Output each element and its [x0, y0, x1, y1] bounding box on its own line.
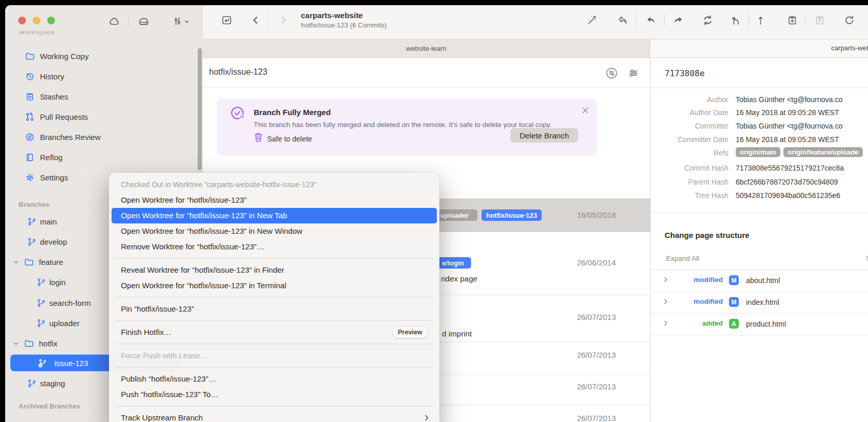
compare-icon[interactable]	[605, 67, 618, 79]
file-row-product[interactable]: added A product.html	[651, 313, 868, 335]
menu-item-publish-branch[interactable]: Publish “hotfix/issue-123”…	[109, 371, 439, 387]
back-icon[interactable]	[251, 15, 261, 25]
commit-message: Change page structure	[665, 231, 749, 240]
menu-item-open-worktree[interactable]: Open Worktree for “hotfix/issue-123”	[109, 192, 439, 208]
sidebar-item-history[interactable]: History	[5, 66, 203, 87]
commit-date: 26/07/2013	[577, 414, 616, 422]
branch-badge: e/login	[435, 257, 471, 269]
detail-label: Author	[651, 95, 728, 104]
branch-icon	[27, 217, 37, 227]
menu-item-finish-hotfix[interactable]: Finish Hotfix… Preview	[109, 325, 439, 340]
pull-icon[interactable]	[645, 15, 657, 26]
archived-branches-section-header: Archived Branches	[19, 402, 80, 410]
ref-badge[interactable]: origin/feature/uploade	[783, 147, 863, 157]
menu-item-pin-branch[interactable]: Pin “hotfix/issue-123”	[109, 301, 439, 317]
fetch-icon[interactable]	[617, 15, 628, 26]
sidebar-item-pull-requests[interactable]: Pull Requests	[5, 107, 203, 127]
branch-badge: hotfix/issue-123	[481, 209, 542, 221]
show-option-fragment[interactable]: S	[866, 255, 868, 262]
tab-website-learn[interactable]: website-learn	[203, 39, 650, 58]
file-row-index[interactable]: modified M index.html	[651, 291, 868, 314]
filter-options-icon[interactable]	[628, 67, 639, 79]
submenu-chevron-icon	[424, 415, 430, 421]
review-icon	[25, 132, 35, 142]
modified-badge: M	[729, 297, 739, 307]
commit-subject: d imprint	[442, 329, 472, 338]
menu-item-reveal-in-finder[interactable]: Reveal Worktree for “hotfix/issue-123” i…	[109, 262, 439, 278]
reflog-icon	[25, 152, 35, 162]
menu-item-open-in-terminal[interactable]: Open Worktree for “hotfix/issue-123” in …	[109, 278, 439, 293]
safe-to-delete-label: Safe to delete	[267, 135, 312, 143]
menu-item-track-upstream-branch[interactable]: Track Upstream Branch	[109, 410, 439, 422]
refresh-icon[interactable]	[844, 15, 855, 26]
branch-label: hotfix	[39, 339, 58, 348]
branch-label: main	[40, 217, 57, 226]
branch-label: staging	[40, 379, 65, 388]
stash-icon	[25, 92, 35, 102]
merge-icon[interactable]	[731, 15, 742, 26]
chevron-down-icon[interactable]	[13, 260, 19, 265]
detail-label: Committer Date	[651, 135, 728, 144]
detail-value: Tobias Günther <tg@fournova.co	[736, 95, 843, 104]
sidebar-item-branches-review[interactable]: Branches Review	[5, 127, 203, 147]
filter-sliders-icon[interactable]	[172, 16, 183, 26]
banner-title: Branch Fully Merged	[254, 108, 330, 117]
detail-value: 16 May 2018 at 09:05:28 WEST	[736, 135, 839, 144]
workspace-section-header: Workspace	[19, 31, 81, 39]
branch-label: uploader	[49, 319, 79, 328]
quick-actions-wand-icon[interactable]	[586, 15, 598, 26]
stash-apply-icon[interactable]	[814, 15, 825, 26]
modified-badge: M	[729, 275, 739, 285]
close-window-button[interactable]	[18, 17, 26, 24]
branch-icon	[36, 277, 46, 287]
menu-item-push-branch-to[interactable]: Push “hotfix/issue-123” To…	[109, 387, 439, 402]
chevron-down-icon[interactable]	[13, 341, 19, 346]
branch-worktree-icon	[37, 358, 47, 368]
detail-value: 7173808e55679215179217cec8a	[736, 164, 844, 172]
app-window: Workspace Working Copy History Stashes P…	[5, 5, 868, 422]
menu-item-open-worktree-new-tab[interactable]: Open Worktree for “hotfix/issue-123” in …	[112, 208, 437, 223]
folder-icon	[24, 257, 34, 267]
commit-subject: ndex page	[441, 274, 477, 283]
menu-separator	[115, 258, 433, 259]
history-icon	[25, 72, 35, 81]
zoom-window-button[interactable]	[47, 17, 55, 24]
stash-save-icon[interactable]	[787, 15, 798, 26]
tab-carparts-website[interactable]: carparts-website	[650, 39, 868, 58]
sync-icon[interactable]	[702, 15, 713, 26]
ref-badge[interactable]: origin/main	[736, 147, 780, 157]
menu-separator	[115, 367, 433, 368]
forward-icon[interactable]	[278, 15, 288, 25]
branch-context-menu: Checked Out in Worktree "carparts-websit…	[109, 173, 439, 422]
sidebar-item-label: History	[40, 72, 64, 81]
file-row-about[interactable]: modified M about.html	[651, 270, 868, 292]
services-icon[interactable]	[138, 16, 149, 27]
open-repository-icon[interactable]	[221, 15, 232, 26]
menu-item-remove-worktree[interactable]: Remove Worktree for “hotfix/issue-123”…	[109, 239, 439, 255]
branch-merged-banner: Branch Fully Merged This branch has been…	[217, 99, 597, 156]
expand-all-link[interactable]: Expand All	[666, 255, 699, 262]
rebase-icon[interactable]	[755, 15, 766, 26]
minimize-window-button[interactable]	[33, 17, 40, 24]
branch-icon	[36, 318, 46, 328]
cloud-icon[interactable]	[108, 16, 120, 27]
commit-short-hash: 7173808e	[665, 68, 705, 78]
close-icon[interactable]	[582, 107, 588, 114]
detail-label: Parent Hash	[651, 178, 728, 186]
menu-item-open-worktree-new-window[interactable]: Open Worktree for “hotfix/issue-123” in …	[109, 223, 439, 239]
toolbar: carparts-website hotfix/issue-123 (6 Com…	[203, 5, 868, 39]
branches-section-header: Branches	[19, 201, 49, 208]
sidebar-scrollbar[interactable]	[198, 48, 202, 170]
menu-separator	[115, 344, 433, 344]
detail-label: Author Date	[651, 108, 728, 117]
menu-separator	[115, 297, 433, 298]
delete-branch-button[interactable]: Delete Branch	[511, 128, 578, 143]
sidebar-item-stashes[interactable]: Stashes	[5, 87, 203, 107]
chevron-down-icon[interactable]	[184, 19, 189, 24]
push-icon[interactable]	[672, 15, 684, 26]
check-warning-icon	[230, 106, 246, 121]
sidebar-item-working-copy[interactable]: Working Copy	[5, 46, 203, 66]
commit-date: 26/06/2014	[577, 258, 616, 267]
sidebar-item-reflog[interactable]: Reflog	[5, 147, 203, 167]
menu-separator	[115, 320, 433, 321]
